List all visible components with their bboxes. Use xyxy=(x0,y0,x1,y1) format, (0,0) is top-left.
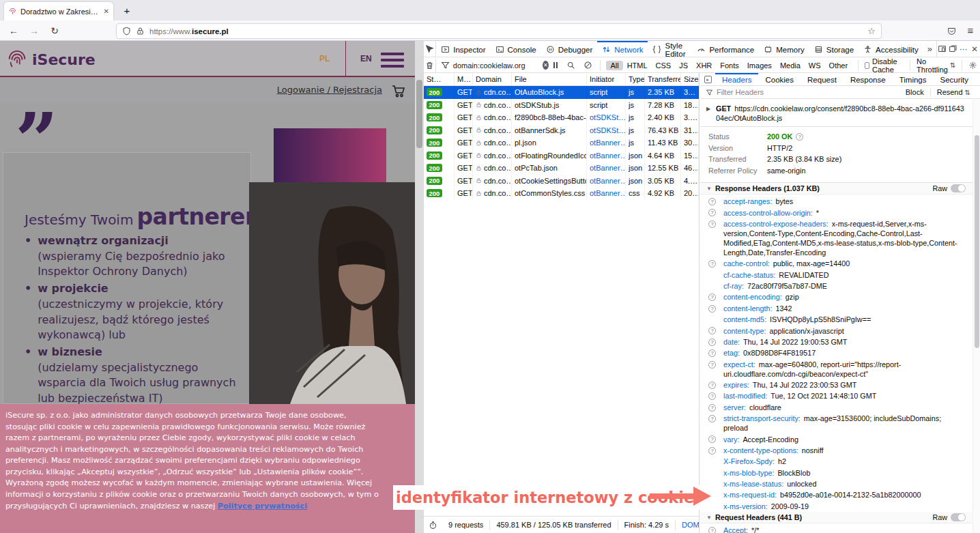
raw-toggle[interactable] xyxy=(951,184,966,192)
header-row[interactable]: ? x-ms-blob-typeBlockBlob xyxy=(700,467,972,478)
tab-response[interactable]: Response xyxy=(844,73,893,85)
header-row[interactable]: ? cf-ray72ac80f79f5a7b87-DME xyxy=(700,280,972,291)
clear-filter-icon[interactable]: ✕ xyxy=(543,61,549,70)
new-tab-button[interactable]: + xyxy=(119,3,135,18)
tab-storage[interactable]: Storage xyxy=(809,41,859,57)
header-row[interactable]: ? dateThu, 14 Jul 2022 19:00:53 GMT xyxy=(700,336,972,347)
request-row[interactable]: 200 GET cdn.co… otCookieSettingsButton.j… xyxy=(424,175,699,188)
type-filter-pill[interactable]: Fonts xyxy=(716,61,743,70)
column-header[interactable]: Transferred xyxy=(645,73,681,85)
help-icon[interactable]: ? xyxy=(708,260,716,268)
filter-headers-input[interactable]: Filter Headers xyxy=(717,88,902,96)
tab-style-editor[interactable]: Style Editor xyxy=(648,41,692,57)
header-row[interactable]: ? expect-ctmax-age=604800, report-uri="h… xyxy=(700,359,972,379)
request-headers-section[interactable]: ▼ Request Headers (441 B) Raw xyxy=(700,512,972,523)
pause-traffic-icon[interactable] xyxy=(553,62,558,68)
tab-network[interactable]: Network xyxy=(597,41,648,57)
lang-en-button[interactable]: EN xyxy=(360,54,372,63)
forward-button[interactable]: → xyxy=(26,23,42,39)
header-row[interactable]: ? content-encodinggzip xyxy=(700,291,972,302)
help-icon[interactable]: ? xyxy=(708,381,716,389)
help-icon[interactable]: ? xyxy=(708,361,716,369)
initiator-cell[interactable]: otSDKSt… xyxy=(590,113,626,121)
browser-tab[interactable]: Doradztwo w Zakresie Ochrony Dany ✕ xyxy=(4,2,113,20)
tab-cookies[interactable]: Cookies xyxy=(758,73,801,85)
tab-accessibility[interactable]: Accessibility xyxy=(859,41,923,57)
help-icon[interactable]: ? xyxy=(708,392,716,400)
network-settings-gear-icon[interactable] xyxy=(966,61,980,70)
pocket-icon[interactable] xyxy=(943,23,960,39)
checkbox-icon[interactable] xyxy=(865,62,869,69)
column-header[interactable]: Size xyxy=(681,73,699,85)
help-icon[interactable]: ? xyxy=(708,209,716,216)
column-header[interactable]: Type xyxy=(626,73,645,85)
tab-timings[interactable]: Timings xyxy=(893,73,934,85)
page-scrollbar[interactable] xyxy=(415,41,424,533)
header-row[interactable]: ? x-ms-lease-statusunlocked xyxy=(700,478,972,489)
type-filter-pill[interactable]: CSS xyxy=(652,61,676,70)
request-row[interactable]: 200 GET cdn.co… otBannerSdk.js otSDKSt… … xyxy=(424,124,699,137)
expand-triangle-icon[interactable]: ▶ xyxy=(706,104,710,114)
back-button[interactable]: ← xyxy=(5,23,22,39)
initiator-cell[interactable]: script xyxy=(590,88,607,96)
tab-close-icon[interactable]: ✕ xyxy=(104,8,109,15)
help-icon[interactable]: ? xyxy=(708,415,716,422)
clear-requests-icon[interactable] xyxy=(424,58,436,72)
responsive-mode-icon[interactable] xyxy=(936,41,947,57)
request-row[interactable]: 200 GET cdn.co… OtAutoBlock.js script js… xyxy=(424,86,699,99)
tab-performance[interactable]: Performance xyxy=(692,41,759,57)
help-icon[interactable]: ? xyxy=(708,349,716,357)
menu-icon[interactable]: ≡ xyxy=(962,23,979,39)
header-row[interactable]: ? last-modifiedTue, 12 Oct 2021 14:48:10… xyxy=(700,390,972,401)
detail-scrollbar[interactable] xyxy=(972,100,980,533)
request-url-line[interactable]: ▶ GEThttps://cdn.cookielaw.org/consent/f… xyxy=(700,100,972,127)
header-row[interactable]: ? servercloudflare xyxy=(700,402,972,413)
login-register-link[interactable]: Logowanie / Rejestracja xyxy=(277,85,382,95)
header-row[interactable]: ? expiresThu, 14 Jul 2022 23:00:53 GMT xyxy=(700,379,972,390)
cart-icon[interactable] xyxy=(390,83,407,99)
help-icon[interactable]: ? xyxy=(708,435,716,443)
collapse-triangle-icon[interactable]: ▼ xyxy=(706,186,712,192)
column-header[interactable]: File xyxy=(512,73,587,85)
column-header[interactable]: Domain xyxy=(473,73,512,85)
more-tabs-icon[interactable]: » xyxy=(923,41,936,57)
dock-details-icon[interactable]: ▸ xyxy=(700,73,715,85)
column-header[interactable]: St… xyxy=(424,73,455,85)
request-row[interactable]: 200 GET cdn.co… otSDKStub.js script js 7… xyxy=(424,99,699,112)
help-icon[interactable]: ? xyxy=(708,305,716,313)
header-row[interactable]: ? access-control-allow-origin* xyxy=(700,207,972,218)
block-button[interactable]: Block xyxy=(906,88,924,96)
type-filter-pill[interactable]: Other xyxy=(825,61,852,70)
header-row[interactable]: ? accept-rangesbytes xyxy=(700,196,972,207)
header-row[interactable]: ? strict-transport-securitymax-age=31536… xyxy=(700,413,972,433)
initiator-cell[interactable]: otBanner… xyxy=(590,177,626,185)
bookmark-star-icon[interactable]: ☆ xyxy=(867,26,876,36)
column-header[interactable]: M… xyxy=(455,73,473,85)
help-icon[interactable]: ? xyxy=(708,338,716,346)
initiator-cell[interactable]: otBanner… xyxy=(590,164,626,172)
tab-request[interactable]: Request xyxy=(801,73,844,85)
type-filter-pill[interactable]: All xyxy=(606,61,622,70)
separate-window-icon[interactable] xyxy=(947,41,958,57)
type-filter-pill[interactable]: HTML xyxy=(623,61,652,70)
header-row[interactable]: ? cf-cache-statusREVALIDATED xyxy=(700,270,972,280)
help-icon[interactable]: ? xyxy=(708,198,716,205)
tab-debugger[interactable]: Debugger xyxy=(541,41,598,57)
header-row[interactable]: ? content-typeapplication/x-javascript xyxy=(700,325,972,336)
response-headers-section[interactable]: ▼ Response Headers (1.037 KB) Raw xyxy=(700,183,972,195)
header-row[interactable]: ? Accept*/* xyxy=(700,525,972,533)
tab-headers[interactable]: Headers xyxy=(715,73,758,85)
help-icon[interactable]: ? xyxy=(708,293,716,301)
column-header[interactable]: Initiator xyxy=(587,73,626,85)
privacy-policy-link[interactable]: Polityce prywatności xyxy=(218,502,307,510)
header-row[interactable]: ? x-content-type-optionsnosniff xyxy=(700,445,972,456)
request-row[interactable]: 200 GET cdn.co… otPcTab.json otBanner… j… xyxy=(424,162,699,175)
header-row[interactable]: ? varyAccept-Encoding xyxy=(700,433,972,444)
raw-toggle[interactable] xyxy=(951,513,966,521)
type-filter-pill[interactable]: JS xyxy=(675,61,692,70)
header-row[interactable]: ? X-Firefox-Spdyh2 xyxy=(700,456,972,467)
disable-cache-checkbox[interactable]: Disable Cache xyxy=(862,57,907,74)
request-row[interactable]: 200 GET cdn.co… f2890bc8-88eb-4bac-a266-… xyxy=(424,111,699,124)
initiator-cell[interactable]: script xyxy=(590,101,607,109)
lock-icon[interactable] xyxy=(136,27,145,35)
